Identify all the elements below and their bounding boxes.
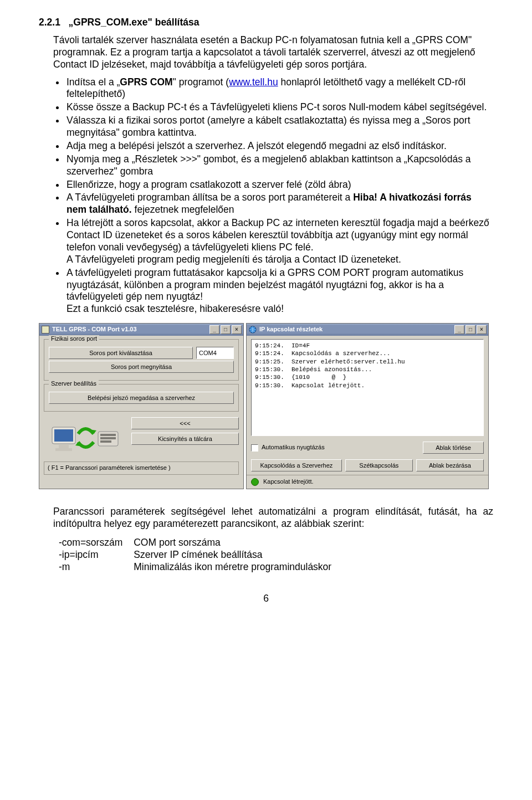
param-key: -com=sorszám (59, 537, 134, 549)
status-image (44, 417, 127, 456)
hint-bar: ( F1 = Parancssori paraméterek ismerteté… (44, 461, 239, 475)
param-desc: Minimalizálás ikon méretre programindulá… (134, 561, 342, 573)
status-indicator-icon (251, 478, 259, 486)
table-row: -m Minimalizálás ikon méretre programind… (59, 561, 342, 573)
ip-details-window: IP kapcsolat részletek _ □ × 9:15:24. ID… (246, 323, 489, 489)
maximize-button[interactable]: □ (221, 325, 231, 334)
param-key: -m (59, 561, 134, 573)
globe-icon (249, 326, 257, 334)
bullet-item: Indítsa el a „GPRS COM" programot (www.t… (65, 76, 493, 101)
auto-ack-checkbox[interactable]: Automatikus nyugtázás (251, 444, 418, 452)
screenshots-row: TELL GPRS - COM Port v1.03 _ □ × Fizikai… (39, 323, 493, 489)
status-text: Kapcsolat létrejött. (263, 478, 314, 486)
svg-rect-3 (55, 448, 72, 451)
maximize-button[interactable]: □ (466, 325, 475, 334)
minimize-button[interactable]: _ (454, 325, 464, 334)
select-port-button[interactable]: Soros port kiválasztása (49, 347, 193, 359)
section-number: 2.2.1 (39, 17, 60, 28)
group-title: Szerver beállítás (49, 380, 99, 388)
close-button[interactable]: × (232, 325, 242, 334)
table-row: -com=sorszám COM port sorszáma (59, 537, 342, 549)
clear-button[interactable]: Ablak törlése (423, 442, 484, 454)
section-heading: 2.2.1 „GPRS_COM.exe" beállítása (39, 17, 493, 29)
page-number: 6 (39, 593, 493, 605)
cli-params-table: -com=sorszám COM port sorszáma -ip=ipcím… (59, 537, 342, 573)
checkbox-label: Automatikus nyugtázás (262, 444, 325, 452)
window-title: TELL GPRS - COM Port v1.03 (52, 326, 137, 334)
section-title: „GPRS_COM.exe" beállítása (69, 17, 200, 28)
gprs-com-window: TELL GPRS - COM Port v1.03 _ □ × Fizikai… (39, 323, 244, 489)
tell-link[interactable]: www.tell.hu (229, 76, 278, 88)
close-button[interactable]: × (477, 325, 487, 334)
password-button[interactable]: Belépési jelszó megadása a szerverhez (49, 392, 234, 404)
bullet-item: Ellenőrizze, hogy a program csatlakozott… (65, 179, 493, 191)
bullet-item: A Távfelügyeleti programban állítsa be a… (65, 192, 493, 216)
minimize-button[interactable]: _ (209, 325, 219, 334)
log-area[interactable]: 9:15:24. ID=4F 9:15:24. Kapcsolódás a sz… (251, 339, 484, 436)
close-window-button[interactable]: Ablak bezárása (416, 459, 484, 471)
param-key: -ip=ipcím (59, 549, 134, 561)
bullet-item: Ha létrejött a soros kapcsolat, akkor a … (65, 217, 493, 266)
bullet-item: Nyomja meg a „Részletek >>>" gombot, és … (65, 153, 493, 178)
bullet-item: Adja meg a belépési jelszót a szerverhez… (65, 140, 493, 152)
svg-rect-8 (100, 437, 116, 439)
svg-rect-1 (54, 429, 73, 442)
titlebar: TELL GPRS - COM Port v1.03 _ □ × (39, 324, 243, 336)
bullet-item: Válassza ki a fizikai soros portot (amel… (65, 115, 493, 139)
svg-rect-7 (100, 434, 116, 436)
disconnect-button[interactable]: Szétkapcsolás (345, 459, 413, 471)
svg-rect-9 (100, 440, 111, 443)
com-port-field[interactable]: COM4 (196, 347, 234, 359)
bullet-item: A távfelügyeleti program futtatásakor ka… (65, 267, 493, 316)
minimize-tray-button[interactable]: Kicsinyítés a tálcára (131, 433, 239, 445)
open-port-button[interactable]: Soros port megnyitása (49, 361, 234, 373)
param-desc: Szerver IP címének beállítása (134, 549, 342, 561)
bullet-list: Indítsa el a „GPRS COM" programot (www.t… (51, 76, 493, 316)
server-group: Szerver beállítás Belépési jelszó megadá… (44, 384, 239, 412)
checkbox-icon[interactable] (251, 444, 258, 452)
group-title: Fizikai soros port (49, 335, 99, 343)
table-row: -ip=ipcím Szerver IP címének beállítása (59, 549, 342, 561)
app-icon (42, 326, 49, 334)
serial-port-group: Fizikai soros port Soros port kiválasztá… (44, 339, 239, 381)
intro-paragraph: Távoli tartalék szerver használata eseté… (53, 34, 493, 71)
window-title: IP kapcsolat részletek (259, 326, 323, 334)
param-desc: COM port sorszáma (134, 537, 342, 549)
titlebar: IP kapcsolat részletek _ □ × (247, 324, 488, 336)
status-bar: Kapcsolat létrejött. (247, 475, 488, 489)
svg-rect-2 (59, 445, 69, 448)
closing-paragraph: Parancssori paraméterek segítségével leh… (53, 506, 493, 530)
bullet-item: Kösse össze a Backup PC-t és a Távfelügy… (65, 101, 493, 114)
connect-button[interactable]: Kapcsolódás a Szerverhez (251, 459, 342, 471)
collapse-button[interactable]: <<< (131, 417, 239, 429)
